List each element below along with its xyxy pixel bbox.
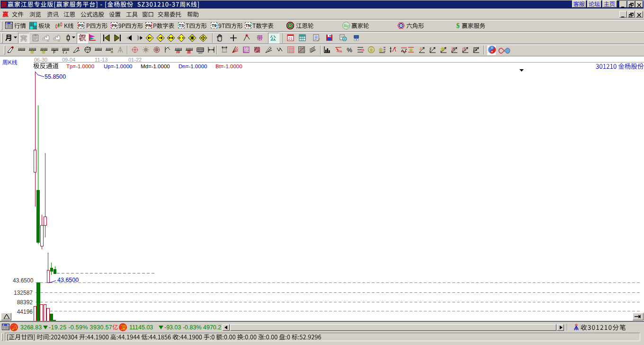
svg-text:n²: n²: [111, 50, 113, 54]
svg-text:%: %: [339, 50, 342, 53]
svg-text:6: 6: [89, 46, 91, 49]
svg-text:J: J: [420, 46, 421, 51]
svg-text:21: 21: [288, 36, 293, 41]
svg-text:F: F: [53, 50, 56, 54]
svg-text:$: $: [456, 22, 460, 29]
svg-text:%: %: [347, 46, 352, 54]
svg-text:7: 7: [336, 48, 339, 53]
svg-text:%: %: [361, 48, 364, 52]
svg-text:Big: Big: [343, 24, 349, 28]
svg-text:123: 123: [198, 51, 203, 54]
